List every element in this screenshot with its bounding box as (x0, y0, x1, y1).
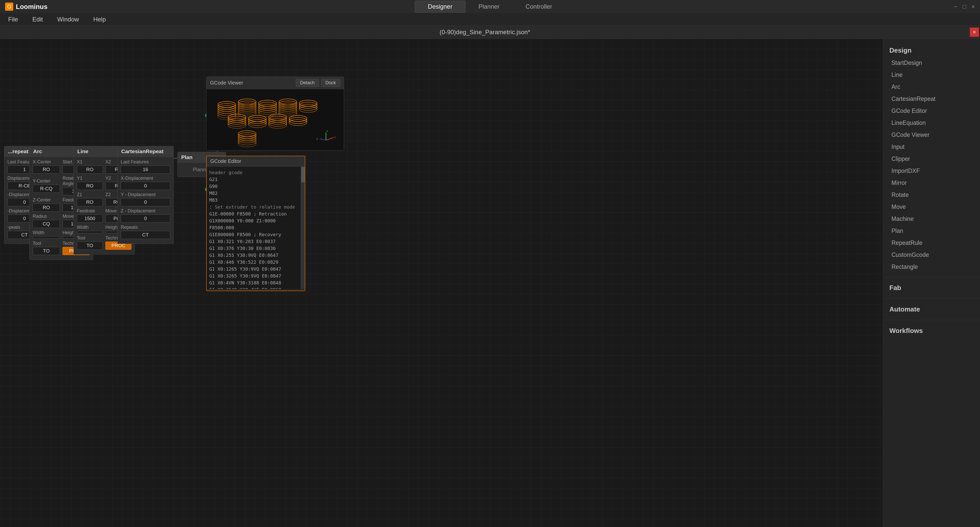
logo-icon: ⬡ (5, 3, 13, 11)
menu-file[interactable]: File (6, 15, 20, 24)
node-cartesian-repeat-main: CartesianRepeat Last Features 16 X-Displ… (118, 146, 173, 244)
gcode-line: G1X000000 Y0:000 Z1:0000 F8500:000 (209, 217, 298, 231)
gcode-line: ; Set extruder to relative mode (209, 204, 298, 210)
main-layout: ...repeat Last Features 1 Displacement R… (0, 39, 980, 527)
fab-section-header: Fab (883, 281, 980, 295)
maximize-button[interactable]: □ (963, 3, 966, 10)
tab-controller[interactable]: Controller (512, 1, 565, 13)
gcode-line: G1 X0:4VN Y30:3188 E0:0848 (209, 279, 298, 286)
gcode-viewer-buttons: Detach Dock (296, 79, 340, 87)
panel-item-repeatrule[interactable]: RepeatRule (883, 237, 980, 249)
menu-window[interactable]: Window (55, 15, 81, 24)
3d-viz-svg: X Y Z (207, 89, 344, 150)
tab-title: (0-90)deg_Sine_Parametric.json* (0, 29, 970, 36)
panel-item-line[interactable]: Line (883, 69, 980, 81)
connections-layer (0, 39, 883, 527)
menu-help[interactable]: Help (91, 15, 108, 24)
cartesian-repeat-header: CartesianRepeat (118, 146, 173, 157)
gcode-line: G1 X0:1265 Y30:9VQ E0:0847 (209, 266, 298, 272)
panel-item-rotate[interactable]: Rotate (883, 189, 980, 201)
gcode-viewer-title: GCode Viewer (210, 80, 243, 86)
detach-button[interactable]: Detach (296, 79, 319, 87)
nav-tabs: Designer Planner Controller (415, 1, 565, 13)
gcode-line: G90 (209, 183, 298, 190)
gcode-line: G1E-00000 F8500 ; Retraction (209, 210, 298, 217)
right-panel: Design StartDesign Line Arc CartesianRep… (883, 39, 980, 527)
gcode-line: G1 X0:446 Y30:522 E0:0829 (209, 259, 298, 266)
gcode-viewer-panel: GCode Viewer Detach Dock (206, 76, 344, 151)
panel-item-move[interactable]: Move (883, 201, 980, 213)
gcode-editor-title: GCode Editor (210, 158, 241, 164)
gcode-line: header gcode (209, 169, 298, 176)
panel-separator-2 (883, 298, 980, 299)
panel-item-clipper[interactable]: Clipper (883, 153, 980, 165)
panel-item-rectangle[interactable]: Rectangle (883, 261, 980, 273)
tab-planner[interactable]: Planner (466, 1, 513, 13)
panel-separator-1 (883, 277, 980, 277)
dock-button[interactable]: Dock (321, 79, 340, 87)
design-section-header: Design (883, 44, 980, 57)
svg-text:Y: Y (326, 130, 328, 132)
cartesian-repeat-body: Last Features 16 X-Displacement 0 Y - Di… (118, 157, 173, 244)
gcode-editor-header: GCode Editor (207, 156, 305, 167)
panel-item-machine[interactable]: Machine (883, 213, 980, 225)
app-logo: ⬡ Loominus (5, 3, 48, 11)
automate-section-header: Automate (883, 303, 980, 316)
panel-item-customgcode[interactable]: CustomGcode (883, 249, 980, 261)
gcode-line: G1 X0:255 Y30:9VQ E0:0647 (209, 252, 298, 259)
gcode-editor-panel: GCode Editor header gcode G21 G90 M82 M8… (206, 156, 305, 291)
panel-item-cartesianrepeat[interactable]: CartesianRepeat (883, 93, 980, 105)
workflows-section-header: Workflows (883, 324, 980, 337)
gcode-line: G1E000000 F8500 ; Recovery (209, 231, 298, 238)
titlebar: ⬡ Loominus Designer Planner Controller −… (0, 0, 980, 13)
tab-close-button[interactable]: × (970, 27, 979, 37)
menubar: File Edit Window Help (0, 13, 980, 25)
gcode-editor-scrollbar[interactable] (301, 167, 305, 289)
tab-designer[interactable]: Designer (415, 1, 466, 13)
app-name: Loominus (16, 3, 48, 11)
panel-item-gcode-editor[interactable]: GCode Editor (883, 105, 980, 117)
panel-item-lineequation[interactable]: LineEquation (883, 117, 980, 129)
svg-text:Z: Z (316, 137, 318, 140)
gcode-line: G1 X0:321 Y0:283 E0:0037 (209, 238, 298, 245)
gcode-viewer-header: GCode Viewer Detach Dock (207, 77, 344, 89)
gcode-3d-view: X Y Z (207, 89, 344, 150)
menu-edit[interactable]: Edit (30, 15, 45, 24)
tabbar: (0-90)deg_Sine_Parametric.json* × (0, 25, 980, 39)
close-button[interactable]: × (971, 3, 975, 10)
panel-item-input[interactable]: Input (883, 141, 980, 153)
gcode-editor-content[interactable]: header gcode G21 G90 M82 M83 ; Set extru… (207, 167, 301, 289)
gcode-line: G1 X0:3265 Y30:9VQ E0:0847 (209, 272, 298, 279)
window-controls: − □ × (954, 3, 975, 10)
panel-item-arc[interactable]: Arc (883, 81, 980, 93)
gcode-line: G21 (209, 176, 298, 183)
panel-item-mirror[interactable]: Mirror (883, 177, 980, 189)
minimize-button[interactable]: − (954, 3, 957, 10)
gcode-line: M82 (209, 190, 298, 197)
panel-item-importdxf[interactable]: ImportDXF (883, 165, 980, 177)
panel-item-plan[interactable]: Plan (883, 225, 980, 237)
svg-text:X: X (334, 136, 336, 139)
canvas-area[interactable]: ...repeat Last Features 1 Displacement R… (0, 39, 883, 527)
gcode-line: M83 (209, 197, 298, 204)
panel-item-startdesign[interactable]: StartDesign (883, 57, 980, 69)
panel-item-gcode-viewer[interactable]: GCode Viewer (883, 129, 980, 141)
gcode-line: G1 X0:376 Y30:30 E0:0836 (209, 245, 298, 252)
gcode-line: G1 X0:3549 Y30:4VC E0:0068 (209, 286, 298, 289)
